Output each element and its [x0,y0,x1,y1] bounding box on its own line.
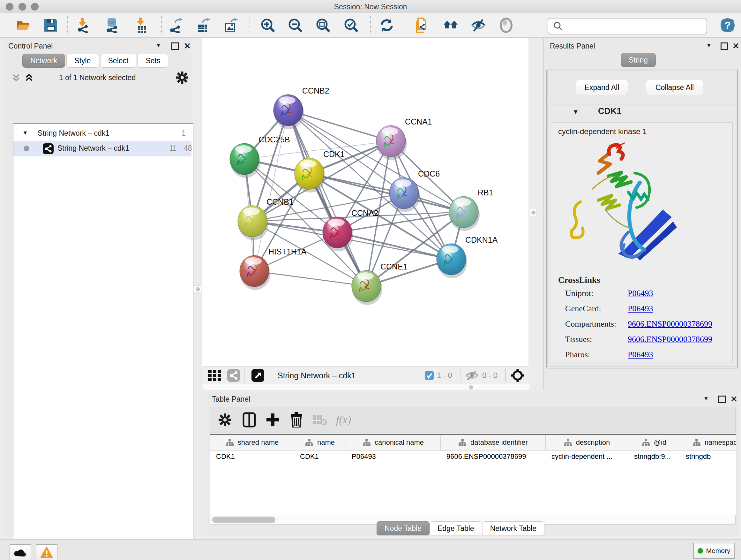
tab-select[interactable]: Select [100,54,137,68]
export-image-icon[interactable] [223,17,239,33]
crosslink-link[interactable]: P06493 [628,289,653,298]
node-CDK1[interactable]: CDK1 [294,150,345,192]
memory-status-dot [697,548,703,554]
home-view-icon[interactable] [443,17,458,33]
tab-sets[interactable]: Sets [138,54,168,68]
column-header--id[interactable]: @id [628,435,680,450]
table-panel-collapse-icon[interactable]: ▼ [703,396,709,401]
node-CDC6[interactable]: CDC6 [389,169,440,212]
warning-status-button[interactable] [36,544,57,560]
import-network-icon[interactable] [76,17,91,33]
table-cell[interactable]: CDK1 [300,452,319,461]
table-cell[interactable]: stringdb:9... [634,452,671,461]
copy-network-icon[interactable] [414,17,429,33]
tab-network[interactable]: Network [22,54,65,68]
horizontal-splitter[interactable] [203,384,529,390]
zoom-in-icon[interactable] [260,17,275,33]
delete-column-trash-icon[interactable] [290,412,303,428]
search-field[interactable] [548,18,707,35]
zoom-fit-icon[interactable] [315,17,331,33]
network-row-selected[interactable]: String Network – cdk1 11 48 [13,141,192,157]
tab-network-table[interactable]: Network Table [482,521,544,536]
column-header-canonical-name[interactable]: canonical name [346,435,441,450]
tab-node-table[interactable]: Node Table [377,521,429,536]
zoom-out-icon[interactable] [287,17,303,33]
grid-view-icon[interactable] [207,368,222,383]
control-panel-float-icon[interactable] [172,43,179,51]
node-RB1[interactable]: RB1 [449,188,493,231]
column-header-description[interactable]: description [546,435,628,450]
node-CCNE1[interactable]: CCNE1 [352,262,408,305]
delete-table-icon[interactable] [313,414,327,426]
results-panel-close-icon[interactable]: ✕ [732,42,739,50]
table-options-gear-icon[interactable] [218,413,232,427]
right-splitter-handle[interactable] [530,209,537,216]
fit-content-crosshair-icon[interactable] [510,368,525,383]
crosslink-link[interactable]: 9606.ENSP00000378699 [628,334,712,344]
network-birdseye-icon[interactable] [227,369,240,382]
network-canvas[interactable]: CCNB2CCNA1CDC25BCDK1CDC6RB1CCNB1CCNA2CDK… [202,38,529,366]
column-header-database-identifier[interactable]: database identifier [441,435,546,450]
crosslink-link[interactable]: P06493 [628,304,653,314]
results-panel-float-icon[interactable] [721,43,728,51]
tab-style[interactable]: Style [66,54,98,68]
show-all-icon[interactable] [498,17,514,33]
open-view-in-window-icon[interactable] [252,369,264,382]
column-header-name[interactable]: name [294,435,346,450]
help-icon[interactable]: ? [719,17,735,32]
table-panel-close-icon[interactable]: ✕ [731,395,738,403]
add-column-icon[interactable] [266,413,280,427]
edge-CCNB2-CCNE1[interactable] [288,110,366,286]
cloud-status-button[interactable] [10,544,31,560]
network-options-gear-icon[interactable] [176,71,189,84]
import-table-icon[interactable] [134,17,149,33]
node-CDKN1A[interactable]: CDKN1A [436,235,498,278]
search-input[interactable] [566,22,706,30]
hide-selected-icon[interactable] [471,17,486,33]
column-header-shared-name[interactable]: shared name [210,435,294,450]
export-table-icon[interactable] [196,17,211,33]
crosslink-link[interactable]: 9606.ENSP00000378699 [628,319,712,329]
horizontal-splitter-handle[interactable] [469,385,473,389]
expand-all-button[interactable]: Expand All [576,80,628,95]
node-HIST1H1A[interactable]: HIST1H1A [240,247,307,290]
crosslinks-title: CrossLinks [558,275,600,285]
left-splitter-handle[interactable] [194,286,201,293]
tab-string[interactable]: String [621,53,656,67]
export-network-icon[interactable] [168,17,184,33]
network-collection-row[interactable]: ▼ String Network – cdk1 1 [13,126,192,141]
warning-icon [40,547,53,558]
control-panel-close-icon[interactable]: ✕ [184,42,191,50]
import-network-from-database-icon[interactable] [105,17,120,33]
refresh-icon[interactable] [379,17,394,33]
results-panel-collapse-icon[interactable]: ▼ [706,43,712,48]
table-cell[interactable]: 9606.ENSP00000378699 [447,452,526,461]
open-session-icon[interactable] [15,17,30,33]
edge-CCNA2-CDKN1A[interactable] [337,233,451,259]
gene-expander-icon[interactable]: ▼ [572,108,579,116]
control-panel-collapse-icon[interactable]: ▼ [156,43,161,48]
table-cell[interactable]: stringdb [686,452,711,461]
left-splitter[interactable] [201,38,201,390]
memory-button[interactable]: Memory [693,543,735,559]
edge-HIST1H1A-CCNE1[interactable] [254,271,366,286]
tree-expander-icon[interactable]: ▼ [22,130,28,136]
collapse-all-button[interactable]: Collapse All [646,80,703,95]
selected-nodes-checkbox-icon[interactable] [425,371,434,380]
node-CCNB1[interactable]: CCNB1 [238,197,293,240]
network-view-toolbar: String Network – cdk1 1 - 0 0 - 0 [203,366,529,385]
function-builder-icon[interactable]: f(x) [336,414,351,426]
show-columns-icon[interactable] [242,412,256,428]
zoom-selected-icon[interactable] [343,17,359,33]
table-cell[interactable]: cyclin-dependent ... [551,452,612,461]
save-session-icon[interactable] [43,17,58,33]
column-header-namespace[interactable]: namespace [680,435,736,450]
results-button-row: Expand All Collapse All [547,71,736,103]
table-cell[interactable]: CDK1 [216,452,235,461]
crosslink-link[interactable]: P06493 [628,350,653,360]
scrollbar-thumb[interactable] [212,516,275,523]
table-cell[interactable]: P06493 [352,452,376,461]
crosslink-row: Uniprot:P06493 [565,289,728,298]
tab-edge-table[interactable]: Edge Table [429,521,482,536]
table-panel-float-icon[interactable] [718,395,726,404]
